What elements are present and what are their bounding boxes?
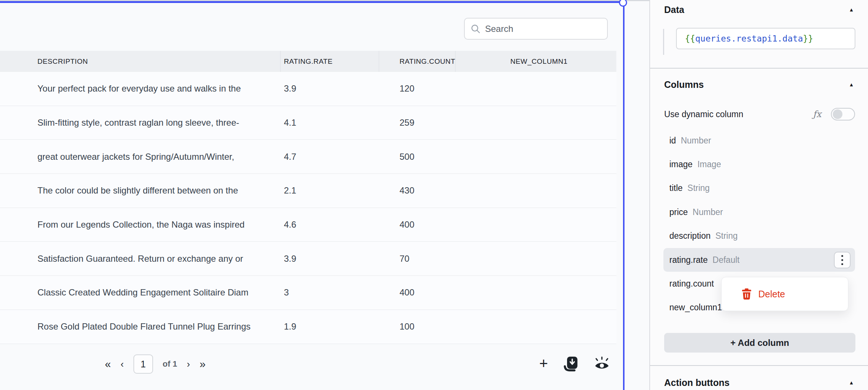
cell-rating-rate[interactable]: 3 (284, 276, 377, 310)
table-row[interactable]: Rose Gold Plated Double Flared Tunnel Pl… (0, 310, 616, 344)
eye-icon[interactable] (594, 357, 610, 371)
column-divider[interactable] (379, 51, 379, 72)
selection-border-top (0, 1, 624, 3)
cell-description[interactable]: From our Legends Collection, the Naga wa… (37, 208, 276, 242)
column-type: String (715, 231, 738, 241)
column-name: price (669, 207, 688, 217)
cell-rating-rate[interactable]: 3.9 (284, 242, 377, 275)
toggle-knob (833, 109, 842, 119)
table-row[interactable]: great outerwear jackets for Spring/Autum… (0, 140, 616, 174)
table-search-box[interactable] (464, 18, 608, 40)
table-row[interactable]: The color could be slightly different be… (0, 174, 616, 208)
header-new-column1[interactable]: NEW_COLUMN1 (510, 51, 567, 72)
fx-icon[interactable]: ƒx (813, 109, 821, 119)
column-item-image[interactable]: image Image (663, 152, 855, 176)
header-description[interactable]: DESCRIPTION (37, 51, 88, 72)
column-type: Image (698, 159, 721, 169)
column-type: String (688, 183, 710, 193)
column-name: description (669, 231, 710, 241)
column-item-id[interactable]: id Number (663, 129, 855, 152)
column-name: image (669, 159, 693, 169)
cell-rating-rate[interactable]: 4.1 (284, 106, 377, 140)
cell-description[interactable]: Your perfect pack for everyday use and w… (37, 72, 276, 106)
pagination-next-button[interactable]: › (187, 358, 190, 370)
column-item-rating-rate[interactable]: rating.rate Default (663, 248, 855, 272)
cell-rating-count[interactable]: 100 (400, 310, 459, 344)
cell-rating-count[interactable]: 500 (400, 140, 459, 173)
section-title: Data (664, 4, 684, 15)
column-name: new_column1 (669, 303, 722, 313)
cell-rating-rate[interactable]: 4.7 (284, 140, 377, 173)
table-row[interactable]: From our Legends Collection, the Naga wa… (0, 208, 616, 242)
section-header-columns[interactable]: Columns ▲ (650, 76, 868, 93)
header-rating-count[interactable]: RATING.COUNT (400, 51, 455, 72)
table-row[interactable]: Your perfect pack for everyday use and w… (0, 72, 616, 106)
cell-rating-rate[interactable]: 1.9 (284, 310, 377, 344)
cell-description[interactable]: Slim-fitting style, contrast raglan long… (37, 106, 276, 140)
collapse-triangle-icon[interactable]: ▲ (849, 380, 854, 386)
collapse-triangle-icon[interactable]: ▲ (849, 7, 854, 13)
cell-rating-count[interactable]: 400 (400, 276, 459, 310)
column-menu-kebab-icon[interactable] (834, 252, 851, 268)
column-divider[interactable] (280, 51, 281, 72)
cell-description[interactable]: The color could be slightly different be… (37, 174, 276, 208)
dynamic-column-label: Use dynamic column (664, 109, 813, 119)
cell-rating-rate[interactable]: 2.1 (284, 174, 377, 208)
section-divider (650, 365, 868, 366)
column-name: title (669, 183, 683, 193)
table-header: DESCRIPTION RATING.RATE RATING.COUNT NEW… (0, 51, 616, 72)
dynamic-column-setting: Use dynamic column ƒx (650, 105, 868, 123)
collapse-triangle-icon[interactable]: ▲ (849, 82, 854, 87)
cell-description[interactable]: great outerwear jackets for Spring/Autum… (37, 140, 276, 173)
section-title: Action buttons (664, 377, 729, 388)
dynamic-column-toggle[interactable] (831, 108, 855, 120)
pagination-last-button[interactable]: » (200, 358, 206, 370)
pagination-total-label: of 1 (163, 359, 177, 369)
cell-description[interactable]: Satisfaction Guaranteed. Return or excha… (37, 242, 276, 275)
table-row[interactable]: Classic Created Wedding Engagement Solit… (0, 276, 616, 310)
column-item-price[interactable]: price Number (663, 200, 855, 224)
pagination-prev-button[interactable]: ‹ (120, 358, 124, 370)
app-builder-screen: DESCRIPTION RATING.RATE RATING.COUNT NEW… (0, 0, 868, 390)
inspector-panel: Data ▲ {{queries.restapi1.data}} Columns… (649, 0, 868, 390)
column-name: id (669, 136, 676, 146)
column-item-description[interactable]: description String (663, 224, 855, 248)
cell-rating-count[interactable]: 70 (400, 242, 459, 275)
table-row[interactable]: Satisfaction Guaranteed. Return or excha… (0, 242, 616, 276)
selection-resize-handle[interactable] (619, 0, 627, 7)
cell-description[interactable]: Rose Gold Plated Double Flared Tunnel Pl… (37, 310, 276, 344)
column-name: rating.count (669, 279, 714, 289)
cell-rating-count[interactable]: 120 (400, 72, 459, 106)
section-header-data[interactable]: Data ▲ (650, 1, 868, 18)
pagination-first-button[interactable]: « (105, 358, 111, 370)
column-type: Number (693, 207, 723, 217)
table-footer: « ‹ 1 of 1 › » + (0, 349, 616, 379)
search-icon (471, 23, 481, 34)
cell-description[interactable]: Classic Created Wedding Engagement Solit… (37, 276, 276, 310)
cell-rating-count[interactable]: 400 (400, 208, 459, 242)
cell-rating-rate[interactable]: 3.9 (284, 72, 377, 106)
cell-rating-count[interactable]: 259 (400, 106, 459, 140)
section-divider (650, 68, 868, 69)
column-name: rating.rate (669, 255, 708, 265)
table-row[interactable]: Slim-fitting style, contrast raglan long… (0, 106, 616, 140)
indent-guide (663, 29, 664, 55)
column-item-title[interactable]: title String (663, 176, 855, 200)
section-header-action-buttons[interactable]: Action buttons ▲ (650, 374, 868, 390)
download-icon[interactable] (563, 356, 578, 372)
add-row-icon[interactable]: + (539, 356, 548, 371)
cell-rating-rate[interactable]: 4.6 (284, 208, 377, 242)
table-footer-toolbar: + (539, 349, 610, 379)
pagination-page-input[interactable]: 1 (133, 354, 153, 374)
add-column-button[interactable]: + Add column (664, 333, 855, 353)
cell-rating-count[interactable]: 430 (400, 174, 459, 208)
section-title: Columns (664, 79, 704, 90)
table-body: Your perfect pack for everyday use and w… (0, 72, 616, 344)
code-open-brace: {{ (685, 34, 695, 43)
code-close-brace: }} (803, 34, 814, 43)
data-binding-input[interactable]: {{queries.restapi1.data}} (676, 28, 855, 49)
trash-icon (742, 288, 752, 300)
delete-menu-item[interactable]: Delete (758, 289, 785, 300)
header-rating-rate[interactable]: RATING.RATE (284, 51, 333, 72)
search-input[interactable] (485, 24, 601, 34)
